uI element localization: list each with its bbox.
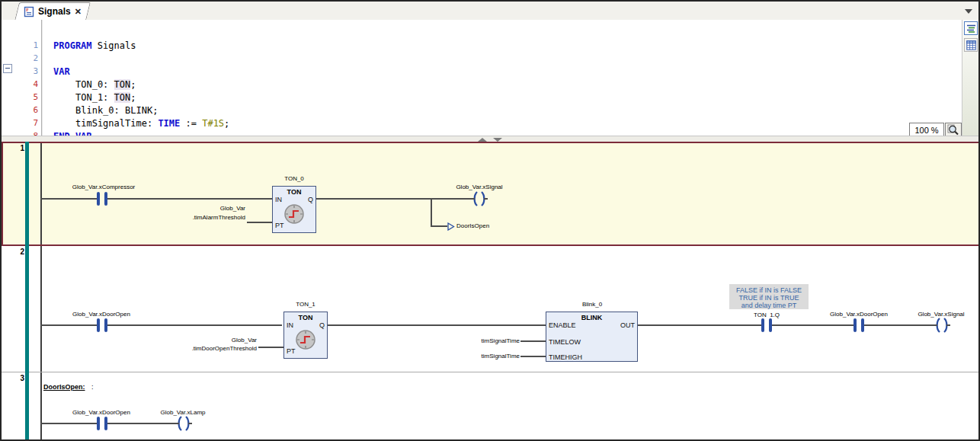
contact[interactable] bbox=[850, 318, 868, 333]
text-view-icon bbox=[966, 24, 976, 34]
block-instance-name[interactable]: TON_0 bbox=[237, 175, 351, 182]
timer-clock-icon bbox=[295, 329, 316, 350]
pt-operand-line1[interactable]: Glob_Var bbox=[143, 336, 257, 344]
contact[interactable] bbox=[757, 318, 776, 333]
pin-out: OUT bbox=[620, 321, 635, 329]
editor-side-toolbar bbox=[962, 20, 979, 136]
codesys-editor-window: Signals ✕ 1 2 3 4 5 6 7 8 PROGRAM Signal… bbox=[0, 0, 980, 441]
pin-q: Q bbox=[319, 321, 325, 329]
tab-list-dropdown-icon[interactable] bbox=[965, 9, 972, 14]
code-line-6: Blink_0: BLINK; bbox=[53, 105, 158, 116]
tooltip-line: and delay time PT bbox=[729, 302, 809, 309]
pin-enable: ENABLE bbox=[549, 321, 576, 329]
network-number: 3 bbox=[14, 374, 24, 382]
line-number: 2 bbox=[15, 53, 38, 63]
coil[interactable] bbox=[934, 318, 950, 333]
block-type-label: TON bbox=[273, 188, 315, 196]
coil[interactable] bbox=[471, 191, 488, 206]
wire-segment bbox=[638, 324, 941, 326]
code-line-5: TON_1: TON; bbox=[53, 92, 136, 103]
jump-target-label[interactable]: DoorIsOpen bbox=[456, 222, 489, 229]
tab-close-icon[interactable]: ✕ bbox=[75, 8, 82, 15]
pin-timelow: TIMELOW bbox=[549, 338, 581, 346]
wire-segment bbox=[326, 324, 546, 326]
network-number: 2 bbox=[14, 248, 24, 256]
wire-segment bbox=[316, 198, 472, 200]
wire-segment bbox=[258, 347, 283, 348]
line-number: 4 bbox=[15, 79, 38, 89]
branch-wire bbox=[431, 198, 432, 227]
pt-operand-line2[interactable]: .timDoorOpenThreshold bbox=[143, 344, 257, 353]
blink-block[interactable]: BLINK ENABLE OUT TIMELOW TIMEHIGH bbox=[546, 312, 638, 362]
line-number: 5 bbox=[15, 92, 38, 102]
line-number: 6 bbox=[15, 105, 38, 115]
coil-operand[interactable]: Glob_Var.xSignal bbox=[884, 311, 980, 318]
table-view-icon bbox=[966, 40, 976, 50]
pt-operand-line1[interactable]: Glob_Var bbox=[131, 204, 245, 213]
wire-segment bbox=[40, 423, 191, 424]
network-label-colon: : bbox=[91, 383, 94, 391]
wire-segment bbox=[520, 340, 546, 342]
st-declaration-editor[interactable]: 1 2 3 4 5 6 7 8 PROGRAM Signals VAR TON_… bbox=[2, 20, 962, 136]
network-3[interactable]: 3 DoorIsOpen: : Glob_Var.xDoorOpen Glob_… bbox=[2, 372, 978, 439]
block-type-label: TON bbox=[284, 314, 327, 321]
wire-segment bbox=[40, 198, 272, 200]
contact-operand[interactable]: Glob_Var.xCompressor bbox=[46, 184, 161, 190]
tab-title: Signals bbox=[38, 6, 71, 17]
textual-view-button[interactable] bbox=[964, 21, 978, 35]
pin-pt: PT bbox=[287, 347, 296, 355]
block-type-label: BLINK bbox=[546, 314, 637, 321]
magnifier-icon bbox=[947, 124, 959, 136]
coil[interactable] bbox=[175, 416, 192, 431]
code-line-3: VAR bbox=[53, 66, 70, 77]
pin-in: IN bbox=[275, 196, 282, 203]
power-rail bbox=[40, 372, 42, 439]
pou-program-icon bbox=[23, 6, 34, 18]
code-line-1: PROGRAM Signals bbox=[53, 40, 136, 51]
tab-bar: Signals ✕ bbox=[2, 2, 978, 21]
wire-segment bbox=[247, 222, 272, 223]
contact[interactable] bbox=[93, 416, 111, 431]
coil-operand[interactable]: Glob_Var.xLamp bbox=[126, 409, 240, 416]
block-instance-name[interactable]: TON_1 bbox=[248, 301, 363, 308]
pin-pt: PT bbox=[275, 222, 284, 229]
contact[interactable] bbox=[93, 318, 111, 333]
ton-block[interactable]: TON IN Q PT bbox=[272, 186, 316, 233]
tooltip-line: TRUE if IN is TRUE bbox=[729, 294, 809, 302]
timer-clock-icon bbox=[283, 203, 305, 225]
code-line-7: timSignalTime: TIME := T#1S; bbox=[53, 118, 229, 129]
collapse-region-icon[interactable] bbox=[3, 64, 12, 73]
pin-q: Q bbox=[308, 196, 313, 203]
tooltip: FALSE if IN is FALSE TRUE if IN is TRUE … bbox=[729, 284, 809, 309]
pin-timehigh: TIMEHIGH bbox=[549, 353, 582, 361]
network-margin-rail bbox=[25, 142, 29, 439]
line-number: 3 bbox=[15, 66, 38, 76]
line-number: 7 bbox=[15, 118, 38, 128]
code-line-4: TON_0: TON; bbox=[53, 79, 136, 90]
block-instance-name[interactable]: Blink_0 bbox=[535, 301, 649, 308]
contact[interactable] bbox=[93, 191, 111, 206]
tooltip-line: FALSE if IN is FALSE bbox=[729, 286, 809, 294]
network-number: 1 bbox=[14, 144, 24, 152]
tab-signals-content[interactable]: Signals ✕ bbox=[20, 3, 82, 20]
wire-segment bbox=[40, 324, 282, 326]
line-number-separator bbox=[41, 20, 42, 136]
line-number: 1 bbox=[15, 40, 38, 50]
timelow-operand[interactable]: timSignalTime bbox=[405, 337, 520, 345]
wire-segment bbox=[431, 225, 447, 227]
network-2[interactable]: 2 Glob_Var.xDoorOpen TON_1 TON IN Q PT bbox=[2, 246, 978, 372]
timehigh-operand[interactable]: timSignalTime bbox=[405, 352, 520, 360]
ton-block[interactable]: TON IN Q PT bbox=[283, 312, 328, 359]
tabular-view-button[interactable] bbox=[964, 38, 978, 52]
coil-operand[interactable]: Glob_Var.xSignal bbox=[422, 184, 536, 190]
ladder-editor[interactable]: 1 Glob_Var.xCompressor TON_0 TON IN Q PT bbox=[2, 142, 978, 439]
jump-arrow-icon[interactable] bbox=[447, 222, 455, 231]
contact-operand[interactable]: Glob_Var.xDoorOpen bbox=[44, 311, 159, 318]
power-rail bbox=[40, 143, 42, 244]
pt-operand-line2[interactable]: .timAlarmThreshold bbox=[131, 213, 245, 222]
wire-segment bbox=[520, 356, 546, 357]
power-rail bbox=[40, 246, 42, 372]
network-1[interactable]: 1 Glob_Var.xCompressor TON_0 TON IN Q PT bbox=[2, 142, 978, 246]
network-jump-label[interactable]: DoorIsOpen: bbox=[43, 383, 85, 391]
pin-in: IN bbox=[287, 321, 293, 329]
